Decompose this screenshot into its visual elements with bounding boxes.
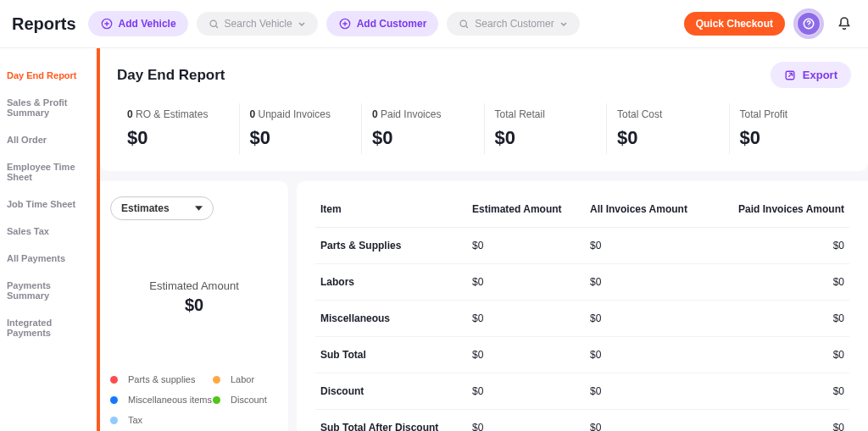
table-row: Sub Total After Discount$0$0$0 <box>315 410 849 432</box>
report-table-panel: Item Estimated Amount All Invoices Amoun… <box>297 181 868 431</box>
add-vehicle-button[interactable]: Add Vehicle <box>88 11 188 36</box>
svg-point-1 <box>210 20 216 26</box>
stat-count: 0 <box>250 108 256 120</box>
stat-value: $0 <box>740 127 842 149</box>
report-table: Item Estimated Amount All Invoices Amoun… <box>315 195 849 431</box>
add-customer-label: Add Customer <box>357 18 427 30</box>
stat-label: 0 Paid Invoices <box>372 108 474 120</box>
stat-card: Total Retail$0 <box>485 103 608 154</box>
stat-card: 0 Unpaid Invoices$0 <box>240 103 363 154</box>
stat-card: 0 RO & Estimates$0 <box>117 103 240 154</box>
svg-point-3 <box>460 20 466 26</box>
stat-value: $0 <box>372 127 474 149</box>
add-vehicle-label: Add Vehicle <box>119 18 176 30</box>
plus-icon <box>338 17 352 30</box>
cell-all-invoices: $0 <box>585 337 712 373</box>
lower-row: Estimates Estimated Amount $0 Parts & su… <box>100 181 868 431</box>
add-customer-button[interactable]: Add Customer <box>326 11 439 36</box>
stat-count: 0 <box>127 108 133 120</box>
cell-paid-invoices: $0 <box>712 264 849 301</box>
legend-label: Parts & supplies <box>128 374 213 384</box>
legend-item: Miscellaneous items <box>110 395 213 405</box>
cell-paid-invoices: $0 <box>712 301 849 337</box>
export-label: Export <box>803 69 837 81</box>
cell-paid-invoices: $0 <box>712 337 849 373</box>
sidebar-item-employee-time-sheet[interactable]: Employee Time Sheet <box>0 153 100 191</box>
notifications-button[interactable] <box>832 12 856 36</box>
donut-label: Estimated Amount <box>110 279 278 292</box>
table-row: Parts & Supplies$0$0$0 <box>315 228 849 264</box>
table-row: Discount$0$0$0 <box>315 373 849 410</box>
table-row: Miscellaneous$0$0$0 <box>315 301 849 337</box>
help-icon <box>798 13 820 35</box>
search-icon <box>459 19 470 30</box>
sidebar-item-sales-tax[interactable]: Sales Tax <box>0 218 100 245</box>
sidebar-item-all-order[interactable]: All Order <box>0 126 100 153</box>
chevron-down-icon <box>298 19 306 28</box>
cell-item: Labors <box>315 264 467 301</box>
svg-point-5 <box>808 25 809 26</box>
content: Day End Report Export 0 RO & Estimates$0… <box>97 48 868 431</box>
sidebar-item-payments-summary[interactable]: Payments Summary <box>0 272 100 309</box>
legend-dot <box>110 396 118 404</box>
plus-icon <box>100 17 114 30</box>
stat-card: 0 Paid Invoices$0 <box>362 103 485 154</box>
topbar: Reports Add Vehicle Search Vehicle Add C… <box>0 0 868 48</box>
brand-title: Reports <box>12 14 76 34</box>
legend-row: Miscellaneous itemsDiscount <box>110 395 278 405</box>
sidebar-item-job-time-sheet[interactable]: Job Time Sheet <box>0 191 100 218</box>
cell-item: Miscellaneous <box>315 301 467 337</box>
sidebar-item-day-end-report[interactable]: Day End Report <box>0 62 100 89</box>
content-header-card: Day End Report Export 0 RO & Estimates$0… <box>100 48 868 171</box>
cell-all-invoices: $0 <box>585 301 712 337</box>
sidebar: Day End Report Sales & Profit Summary Al… <box>0 48 100 431</box>
caret-down-icon <box>195 206 203 211</box>
search-vehicle-label: Search Vehicle <box>225 18 292 30</box>
quick-checkout-label: Quick Checkout <box>696 18 773 30</box>
col-all-invoices: All Invoices Amount <box>585 195 712 228</box>
cell-item: Sub Total <box>315 337 467 373</box>
main-layout: Day End Report Sales & Profit Summary Al… <box>0 48 868 431</box>
cell-all-invoices: $0 <box>585 373 712 410</box>
search-customer-label: Search Customer <box>475 18 554 30</box>
cell-all-invoices: $0 <box>585 228 712 264</box>
cell-item: Discount <box>315 373 467 410</box>
sidebar-item-integrated-payments[interactable]: Integrated Payments <box>0 309 100 346</box>
cell-item: Parts & Supplies <box>315 228 467 264</box>
page-title: Day End Report <box>117 67 225 84</box>
chevron-down-icon <box>559 19 568 28</box>
cell-estimated: $0 <box>467 410 585 432</box>
quick-checkout-button[interactable]: Quick Checkout <box>684 12 785 36</box>
stat-label: Total Retail <box>495 108 597 120</box>
sidebar-item-all-payments[interactable]: All Payments <box>0 245 100 272</box>
legend-row: Tax <box>110 415 278 425</box>
stats-row: 0 RO & Estimates$00 Unpaid Invoices$00 P… <box>100 95 868 154</box>
search-customer-button[interactable]: Search Customer <box>447 12 579 36</box>
legend-label: Tax <box>128 415 213 425</box>
legend-dot <box>213 376 220 384</box>
help-button[interactable] <box>793 8 824 39</box>
legend-dot <box>110 417 118 424</box>
search-vehicle-button[interactable]: Search Vehicle <box>197 12 318 36</box>
cell-estimated: $0 <box>467 373 585 410</box>
stat-count: 0 <box>372 108 378 120</box>
search-icon <box>209 19 220 30</box>
stat-value: $0 <box>127 127 229 149</box>
legend-item: Parts & supplies <box>110 374 213 384</box>
col-estimated: Estimated Amount <box>467 195 585 228</box>
table-row: Sub Total$0$0$0 <box>315 337 849 373</box>
export-button[interactable]: Export <box>771 62 851 88</box>
stat-card: Total Profit$0 <box>730 103 852 154</box>
stat-value: $0 <box>250 127 352 149</box>
stat-value: $0 <box>617 127 719 149</box>
stat-label: Total Cost <box>617 108 719 120</box>
legend-dot <box>213 396 220 404</box>
cell-estimated: $0 <box>467 337 585 373</box>
chart-legend: Parts & suppliesLaborMiscellaneous items… <box>110 374 278 425</box>
sidebar-item-sales-profit-summary[interactable]: Sales & Profit Summary <box>0 89 100 126</box>
cell-paid-invoices: $0 <box>712 373 849 410</box>
export-icon <box>784 69 796 81</box>
chart-filter-dropdown[interactable]: Estimates <box>110 196 214 220</box>
stat-card: Total Cost$0 <box>607 103 730 154</box>
stat-label: 0 RO & Estimates <box>127 108 229 120</box>
